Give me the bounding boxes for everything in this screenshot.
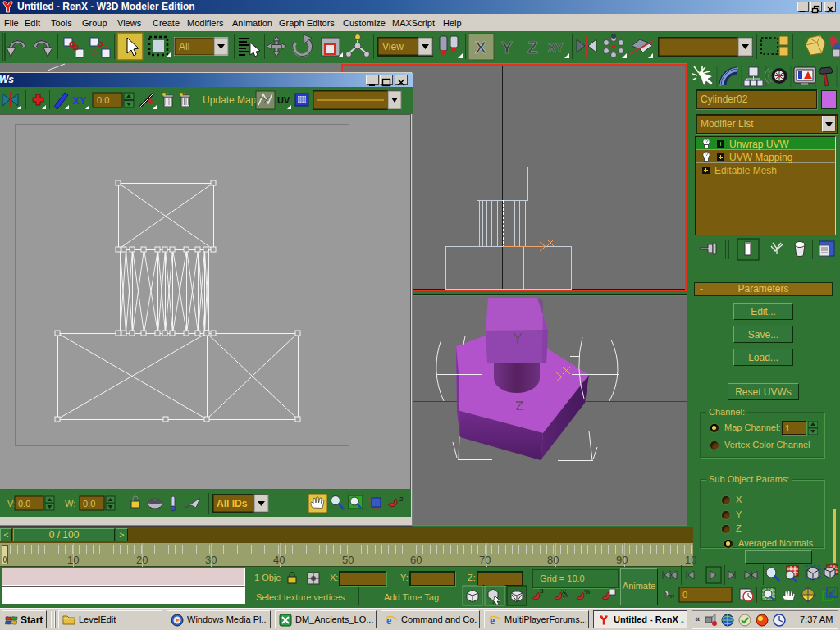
svg-text:0.0: 0.0 bbox=[83, 499, 95, 509]
svg-text:XY: XY bbox=[548, 41, 564, 54]
svg-text:Update Map: Update Map bbox=[203, 94, 257, 106]
svg-text:All IDs: All IDs bbox=[217, 498, 248, 509]
svg-text:Z: Z bbox=[527, 38, 538, 57]
svg-text:0: 0 bbox=[682, 590, 687, 600]
svg-text:3: 3 bbox=[540, 587, 544, 595]
svg-text:%: % bbox=[584, 588, 590, 596]
svg-text:W:: W: bbox=[65, 499, 75, 509]
svg-text:Y: Y bbox=[501, 38, 513, 57]
svg-text:All: All bbox=[179, 41, 189, 52]
svg-text:XY: XY bbox=[72, 94, 87, 107]
svg-text:View: View bbox=[382, 41, 404, 52]
svg-text:0.0: 0.0 bbox=[97, 95, 109, 105]
svg-text:0.0: 0.0 bbox=[18, 499, 30, 509]
svg-text:X: X bbox=[475, 38, 486, 57]
svg-text:UV: UV bbox=[277, 95, 290, 105]
svg-text:2: 2 bbox=[399, 495, 404, 503]
